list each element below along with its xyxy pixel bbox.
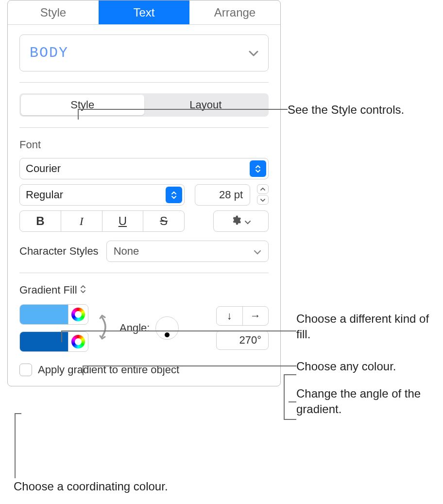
callout-fill-kind: Choose a different kind of fill.: [296, 311, 443, 343]
stepper-down[interactable]: [257, 195, 269, 205]
font-size-value: 28 pt: [219, 189, 243, 201]
font-size-input[interactable]: 28 pt: [195, 184, 250, 206]
character-styles-label: Character Styles: [19, 245, 99, 258]
bold-label: B: [36, 214, 44, 228]
font-family-value: Courier: [26, 162, 61, 175]
arrow-right-icon: →: [250, 310, 261, 322]
direction-down-button[interactable]: ↓: [217, 307, 243, 325]
chevron-down-icon: [249, 48, 258, 59]
bold-button[interactable]: B: [20, 211, 61, 231]
callout-line: [61, 330, 62, 342]
paragraph-style-value: BODY: [30, 45, 68, 61]
tab-arrange[interactable]: Arrange: [189, 0, 280, 24]
callout-coord-colour: Choose a coordinating colour.: [14, 479, 168, 494]
callout-line: [284, 419, 296, 420]
angle-label: Angle:: [119, 322, 150, 334]
text-subtabs: Style Layout: [19, 93, 269, 117]
font-weight-select[interactable]: Regular: [19, 184, 185, 206]
updown-chevron-icon: [250, 160, 266, 177]
character-styles-value: None: [114, 245, 139, 258]
gradient-color-2[interactable]: [19, 331, 88, 352]
gradient-direction-group: ↓ →: [216, 306, 269, 326]
underline-button[interactable]: U: [102, 211, 144, 231]
character-styles-select[interactable]: None: [106, 241, 269, 262]
tab-label: Text: [133, 6, 154, 19]
italic-button[interactable]: I: [61, 211, 102, 231]
text-style-group: B I U S: [19, 210, 185, 232]
callout-line: [15, 413, 21, 414]
callout-line: [15, 413, 16, 478]
color-wheel-icon: [71, 308, 85, 321]
color-picker-button[interactable]: [68, 335, 88, 348]
chevron-down-icon: [244, 216, 251, 227]
swap-colors-button[interactable]: [97, 314, 111, 342]
direction-right-button[interactable]: →: [243, 307, 269, 325]
paragraph-style-select[interactable]: BODY: [19, 35, 269, 71]
format-inspector-panel: Style Text Arrange BODY Style Layout Fon…: [7, 0, 281, 386]
advanced-options-button[interactable]: [213, 210, 269, 232]
gear-icon: [231, 215, 241, 228]
chevron-down-icon: [254, 245, 261, 258]
tab-label: Style: [40, 6, 66, 19]
fill-type-value: Gradient Fill: [19, 284, 77, 296]
updown-chevron-icon: [166, 187, 182, 203]
strikethrough-button[interactable]: S: [143, 211, 184, 231]
divider: [19, 273, 269, 273]
callout-line: [78, 109, 79, 120]
inspector-tabbar: Style Text Arrange: [8, 0, 280, 25]
color-swatch[interactable]: [20, 305, 68, 324]
callout-angle-change: Change the angle of the gradient.: [296, 386, 443, 417]
callout-line: [83, 365, 84, 375]
callout-style-controls: See the Style controls.: [288, 102, 404, 118]
font-size-stepper: [257, 184, 269, 206]
subtab-style[interactable]: Style: [21, 95, 144, 115]
callout-line: [289, 401, 296, 402]
divider: [19, 82, 269, 83]
tab-text[interactable]: Text: [99, 0, 189, 24]
callout-line: [284, 374, 285, 420]
tab-style[interactable]: Style: [8, 0, 99, 24]
font-weight-value: Regular: [26, 189, 63, 201]
color-wheel-icon: [71, 335, 85, 348]
angle-input[interactable]: 270°: [216, 330, 269, 350]
angle-dial[interactable]: [155, 316, 179, 340]
fill-type-select[interactable]: Gradient Fill: [19, 284, 269, 296]
underline-label: U: [119, 214, 127, 228]
divider: [19, 127, 269, 128]
apply-gradient-checkbox[interactable]: [19, 364, 32, 376]
callout-any-colour: Choose any colour.: [296, 359, 396, 374]
angle-value: 270°: [239, 334, 261, 347]
tab-label: Arrange: [214, 6, 256, 19]
italic-label: I: [80, 215, 84, 228]
gradient-color-1[interactable]: [19, 304, 88, 325]
arrow-down-icon: ↓: [227, 310, 232, 322]
strike-label: S: [160, 214, 168, 228]
subtab-layout[interactable]: Layout: [144, 95, 268, 115]
font-heading: Font: [19, 139, 269, 151]
callout-line: [83, 365, 296, 366]
callout-line: [78, 109, 288, 110]
stepper-up[interactable]: [257, 184, 269, 194]
callout-line: [284, 374, 296, 375]
color-picker-button[interactable]: [68, 308, 88, 321]
updown-chevron-icon: [80, 284, 86, 296]
callout-line: [61, 330, 296, 331]
font-family-select[interactable]: Courier: [19, 158, 269, 179]
